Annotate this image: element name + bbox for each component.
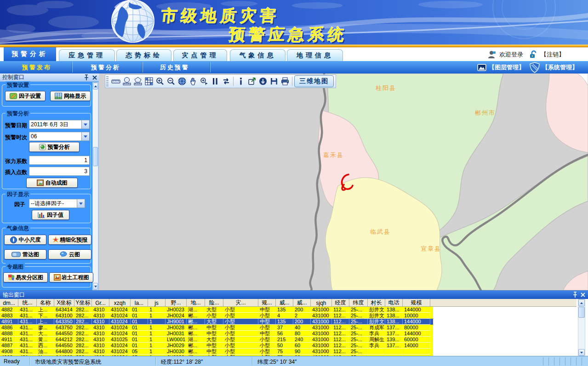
table-cell[interactable]: 4310 [92,319,109,325]
column-header[interactable]: 野... [166,299,187,307]
table-cell[interactable]: 431... [18,313,37,319]
table-cell[interactable]: 431000 [311,319,332,325]
swap-icon[interactable] [221,76,231,87]
tab-weather-info[interactable]: 气象信息 [230,49,285,61]
table-cell[interactable]: 431000 [311,325,332,331]
table-cell[interactable]: 643350 [54,319,74,325]
column-header[interactable]: 威... [276,299,293,307]
column-header[interactable]: 险... [205,299,223,307]
geotech-map-button[interactable]: 岩土工程图 [49,272,93,282]
table-cell[interactable]: 282... [74,337,92,343]
warning-date-select[interactable]: 2011年 6月 3日 [29,120,90,129]
table-cell[interactable]: 135 [276,307,293,313]
resize-grip[interactable] [543,357,587,366]
table-cell[interactable]: 40 [293,325,311,331]
table-cell[interactable]: 431... [18,319,37,325]
table-cell[interactable]: 431024 [109,343,131,349]
table-scrollbar[interactable] [578,299,585,356]
table-cell[interactable]: 4310 [92,313,109,319]
table-cell[interactable]: 75 [276,349,293,355]
table-cell[interactable]: 小型 [223,319,258,325]
table-cell[interactable]: 200 [293,319,311,325]
tab-emergency-management[interactable]: 应急管理 [59,49,115,61]
table-cell[interactable]: 廖... [37,325,54,331]
factor-value-button[interactable]: 因子值 [32,210,69,220]
table-cell[interactable]: 282... [74,331,92,337]
measure-polygon-icon[interactable] [132,76,143,87]
table-cell[interactable]: 中型 [205,331,223,337]
table-cell[interactable]: 小型 [223,331,258,337]
table-cell[interactable]: 郴... [187,349,205,355]
column-header[interactable]: 统... [18,299,37,307]
column-header[interactable]: Y坐标 [74,299,92,307]
table-cell[interactable]: 138... [385,319,403,325]
table-cell[interactable] [368,349,385,355]
scroll-down-button[interactable] [578,349,585,356]
info-icon[interactable] [235,76,246,87]
warning-analysis-button[interactable]: 预警分析 [29,142,80,152]
table-cell[interactable]: 135 [276,319,293,325]
subtab-history-warning[interactable]: 历史预警 [147,61,202,73]
table-cell[interactable]: 4310 [92,307,109,313]
scrollbar-thumb[interactable] [578,307,585,318]
column-header[interactable]: 规模 [403,299,430,307]
table-cell[interactable]: 112... [332,349,349,355]
table-cell[interactable]: 112... [332,331,349,337]
table-cell[interactable]: 431024 [109,331,131,337]
table-cell[interactable]: 4310 [92,343,109,349]
table-cell[interactable]: 643100 [54,313,74,319]
table-cell[interactable]: LW0001 [166,337,187,343]
scroll-up-button[interactable] [93,83,98,90]
column-header[interactable]: dm... [0,299,18,307]
table-cell[interactable]: 4310 [92,349,109,355]
factor-settings-button[interactable]: 因子设置 [5,91,46,101]
meso-scale-button[interactable]: 中小尺度 [4,235,46,245]
table-cell[interactable]: 郴... [187,325,205,331]
table-cell[interactable]: 139... [385,337,403,343]
table-cell[interactable]: 431... [18,337,37,343]
table-cell[interactable]: 4911 [0,337,18,343]
table-cell[interactable]: 112... [332,307,349,313]
table-cell[interactable]: 643414 [54,307,74,313]
table-cell[interactable]: 282... [74,325,92,331]
column-header[interactable]: 电话 [385,299,403,307]
table-cell[interactable]: 240 [293,337,311,343]
table-cell[interactable]: JH0030 [166,349,187,355]
table-cell[interactable]: 大型 [205,319,223,325]
measure-circle-icon[interactable] [121,76,132,87]
table-cell[interactable]: 小型 [258,337,276,343]
table-cell[interactable]: 大型 [205,307,223,313]
table-cell[interactable]: 80 [293,331,311,337]
table-cell[interactable]: JH9001 [166,319,187,325]
publish-icon[interactable] [257,76,268,87]
map-3d-button[interactable]: 三维地图 [294,75,334,87]
column-header[interactable]: js [148,299,166,307]
table-cell[interactable]: 1 [148,337,166,343]
factor-select[interactable]: --请选择因子- [29,199,85,208]
column-header[interactable]: 名称 [37,299,54,307]
table-cell[interactable]: 644800 [54,349,74,355]
warning-time-select[interactable]: 06 [29,132,90,141]
table-cell[interactable]: 137... [385,343,403,349]
table-cell[interactable]: 644212 [54,337,74,343]
table-cell[interactable]: 周解生 [368,337,385,343]
table-cell[interactable]: 1 [148,349,166,355]
table-cell[interactable]: 144000 [403,307,430,313]
table-cell[interactable]: 431024 [109,307,131,313]
table-cell[interactable]: 644550 [54,343,74,349]
table-cell[interactable]: 小型 [258,325,276,331]
table-cell[interactable]: 小型 [205,313,223,319]
table-cell[interactable]: 郴... [187,343,205,349]
table-cell[interactable]: 643750 [54,325,74,331]
table-cell[interactable]: 282... [74,343,92,349]
grid-display-button[interactable]: 网格显示 [50,91,91,101]
table-cell[interactable]: 431... [18,307,37,313]
auto-map-button[interactable]: 自动成图 [26,178,78,188]
column-header[interactable]: Gr... [92,299,109,307]
table-cell[interactable]: 431024 [109,313,131,319]
map-area[interactable]: 桂阳县 郴州市 嘉禾县 临武县 宜章县 [99,73,588,290]
column-header[interactable]: 灾... [223,299,258,307]
table-cell[interactable]: 112... [332,325,349,331]
tab-warning-analysis[interactable]: 预警分析 [4,47,56,61]
table-cell[interactable]: 431024 [109,349,131,355]
